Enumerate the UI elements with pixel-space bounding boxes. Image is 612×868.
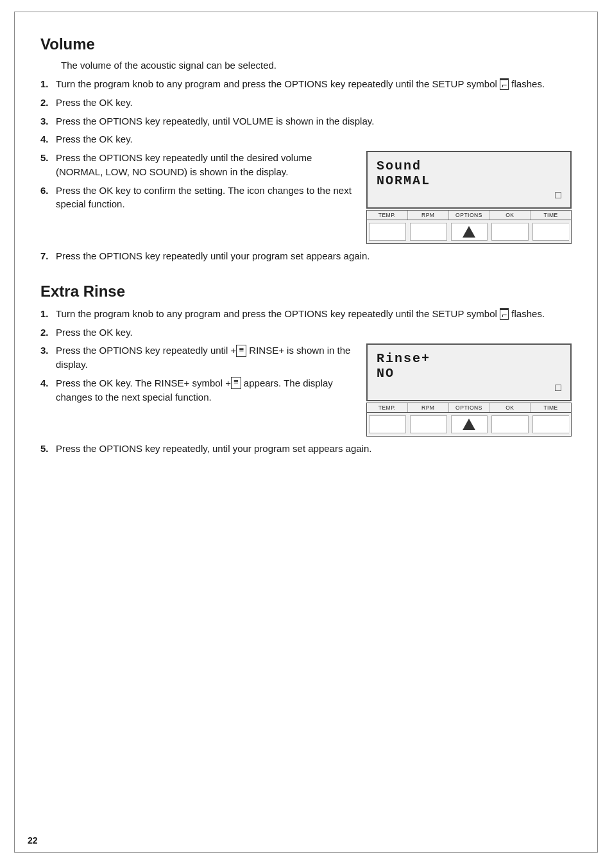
list-item: 5. Press the OPTIONS key repeatedly, unt… (40, 442, 572, 456)
page-number: 22 (28, 835, 38, 846)
volume-display-col: Sound NORMAL □ TEMP. RPM OPTIONS OK TIME (366, 151, 572, 244)
button-labels-row: TEMP. RPM OPTIONS OK TIME (367, 211, 571, 220)
display-line-2: NORMAL (377, 173, 561, 188)
extra-rinse-heading: Extra Rinse (40, 282, 572, 300)
step-number: 1. (40, 77, 53, 91)
step-text: Press the OPTIONS key repeatedly until +… (56, 343, 353, 372)
list-item: 1. Turn the program knob to any program … (40, 77, 572, 91)
list-item: 7. Press the OPTIONS key repeatedly unti… (40, 249, 572, 263)
extra-rinse-steps-1-2: 1. Turn the program knob to any program … (40, 307, 572, 340)
rinse-plus-icon: ≡ (236, 345, 246, 357)
step-text: Press the OPTIONS key repeatedly until y… (56, 249, 572, 263)
btn-label-time: TIME (531, 211, 571, 220)
step-text: Press the OPTIONS key repeatedly, until … (56, 114, 572, 128)
step-number: 6. (40, 184, 53, 212)
extra-rinse-button-row: TEMP. RPM OPTIONS OK TIME (366, 403, 572, 437)
button-cells-row (367, 413, 571, 436)
btn-ok[interactable] (491, 415, 529, 433)
step-number: 5. (40, 442, 53, 456)
step-number: 3. (40, 114, 53, 128)
volume-steps-1-4: 1. Turn the program knob to any program … (40, 77, 572, 146)
display-setup-icon: □ (555, 189, 561, 201)
extra-rinse-steps-with-display: 3. Press the OPTIONS key repeatedly unti… (40, 343, 572, 437)
step-number: 3. (40, 343, 53, 372)
list-item: 4. Press the OK key. (40, 132, 572, 146)
options-arrow-icon (463, 226, 475, 238)
extra-rinse-steps-col: 3. Press the OPTIONS key repeatedly unti… (40, 343, 353, 437)
step-text: Turn the program knob to any program and… (56, 77, 572, 91)
btn-label-temp: TEMP. (367, 403, 408, 412)
button-labels-row: TEMP. RPM OPTIONS OK TIME (367, 403, 571, 413)
rinse-plus-icon-2: ≡ (231, 377, 241, 389)
volume-button-row: TEMP. RPM OPTIONS OK TIME (366, 210, 572, 244)
list-item: 2. Press the OK key. (40, 96, 572, 110)
step-text: Press the OPTIONS key repeatedly, until … (56, 442, 572, 456)
btn-label-time: TIME (531, 403, 571, 412)
step-text: Press the OK key. (56, 326, 572, 340)
step-text: Turn the program knob to any program and… (56, 307, 572, 321)
btn-label-rpm: RPM (408, 403, 449, 412)
step-number: 7. (40, 249, 53, 263)
list-item: 5. Press the OPTIONS key repeatedly unti… (40, 151, 353, 179)
step-text: Press the OPTIONS key repeatedly until t… (56, 151, 353, 179)
extra-rinse-section: Extra Rinse 1. Turn the program knob to … (40, 282, 572, 456)
volume-heading: Volume (40, 35, 572, 53)
volume-section: Volume The volume of the acoustic signal… (40, 35, 572, 263)
step-text: Press the OK key. (56, 96, 572, 110)
step-number: 4. (40, 132, 53, 146)
step-text: Press the OK key to confirm the setting.… (56, 184, 353, 212)
btn-rpm[interactable] (410, 415, 447, 433)
volume-step-7: 7. Press the OPTIONS key repeatedly unti… (40, 249, 572, 263)
volume-display-panel: Sound NORMAL □ (366, 151, 572, 209)
btn-rpm[interactable] (410, 223, 447, 241)
options-arrow-icon (463, 419, 475, 430)
list-item: 4. Press the OK key. The RINSE+ symbol +… (40, 376, 353, 404)
step-text: Press the OK key. (56, 132, 572, 146)
list-item: 3. Press the OPTIONS key repeatedly, unt… (40, 114, 572, 128)
volume-intro: The volume of the acoustic signal can be… (61, 60, 572, 71)
list-item: 2. Press the OK key. (40, 326, 572, 340)
extra-rinse-display-panel: Rinse+ NO □ (366, 343, 572, 401)
btn-options[interactable] (451, 415, 488, 433)
btn-label-temp: TEMP. (367, 211, 408, 220)
list-item: 1. Turn the program knob to any program … (40, 307, 572, 321)
step-text: Press the OK key. The RINSE+ symbol +≡ a… (56, 376, 353, 404)
btn-label-rpm: RPM (408, 211, 449, 220)
step-number: 1. (40, 307, 53, 321)
setup-symbol-icon: ⌐ (500, 308, 509, 320)
btn-label-options: OPTIONS (449, 403, 490, 412)
volume-steps-col: 5. Press the OPTIONS key repeatedly unti… (40, 151, 353, 244)
btn-options[interactable] (451, 223, 488, 241)
display-line-1: Rinse+ (377, 351, 561, 366)
display-line-1: Sound (377, 159, 561, 173)
button-cells-row (367, 220, 571, 243)
step-number: 5. (40, 151, 53, 179)
step-number: 2. (40, 96, 53, 110)
display-setup-icon: □ (555, 382, 561, 394)
btn-time[interactable] (532, 223, 569, 241)
btn-temp[interactable] (369, 223, 406, 241)
btn-temp[interactable] (369, 415, 406, 433)
btn-label-ok: OK (489, 211, 531, 220)
step-number: 2. (40, 326, 53, 340)
setup-symbol-icon: ⌐ (500, 78, 509, 90)
display-line-2: NO (377, 366, 561, 381)
volume-steps-with-display: 5. Press the OPTIONS key repeatedly unti… (40, 151, 572, 244)
page-border: Volume The volume of the acoustic signal… (14, 12, 598, 853)
btn-label-options: OPTIONS (449, 211, 490, 220)
extra-rinse-step-5: 5. Press the OPTIONS key repeatedly, unt… (40, 442, 572, 456)
btn-label-ok: OK (489, 403, 531, 412)
step-number: 4. (40, 376, 53, 404)
list-item: 3. Press the OPTIONS key repeatedly unti… (40, 343, 353, 372)
extra-rinse-display-col: Rinse+ NO □ TEMP. RPM OPTIONS OK TIME (366, 343, 572, 437)
list-item: 6. Press the OK key to confirm the setti… (40, 184, 353, 212)
btn-time[interactable] (532, 415, 569, 433)
btn-ok[interactable] (491, 223, 529, 241)
